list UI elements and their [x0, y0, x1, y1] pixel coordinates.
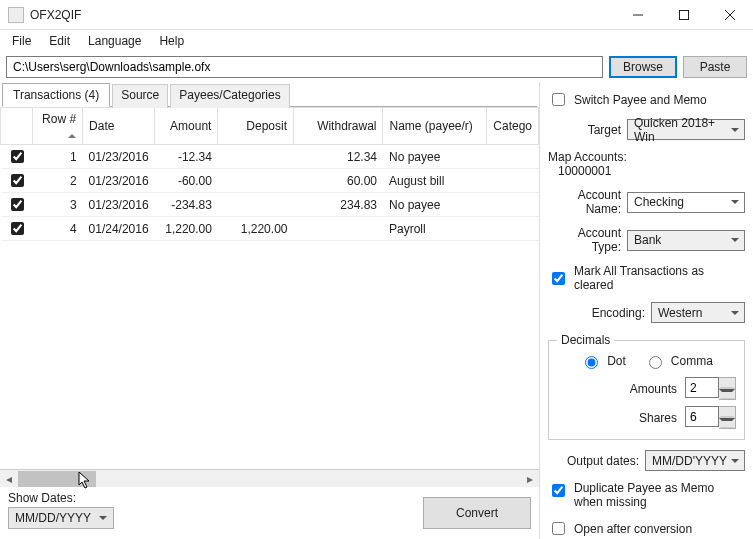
- cell-amount: -12.34: [155, 145, 218, 169]
- switch-payee-label: Switch Payee and Memo: [574, 93, 707, 107]
- tab-bar: Transactions (4) Source Payees/Categorie…: [2, 82, 537, 107]
- cell-date: 01/23/2016: [83, 145, 155, 169]
- encoding-select[interactable]: Western: [651, 302, 745, 323]
- col-withdrawal[interactable]: Withdrawal: [293, 108, 383, 145]
- account-type-select[interactable]: Bank: [627, 230, 745, 251]
- cell-row: 2: [33, 169, 83, 193]
- row-checkbox[interactable]: [11, 222, 24, 235]
- scroll-right-icon[interactable]: ▸: [521, 470, 539, 488]
- show-dates-select[interactable]: MM/DD/YYYY: [8, 507, 114, 529]
- cell-withdrawal: 60.00: [293, 169, 383, 193]
- col-category[interactable]: Catego: [487, 108, 539, 145]
- cell-row: 1: [33, 145, 83, 169]
- cell-amount: 1,220.00: [155, 217, 218, 241]
- dup-payee-label: Duplicate Payee as Memo when missing: [574, 481, 745, 509]
- mark-cleared-checkbox[interactable]: [552, 272, 565, 285]
- scroll-left-icon[interactable]: ◂: [0, 470, 18, 488]
- svg-rect-1: [680, 10, 689, 19]
- dot-radio[interactable]: [585, 356, 598, 369]
- account-name-label: Account Name:: [548, 188, 621, 216]
- switch-payee-checkbox[interactable]: [552, 93, 565, 106]
- file-path-input[interactable]: [6, 56, 603, 78]
- map-accounts-label: Map Accounts:: [548, 150, 745, 164]
- col-name[interactable]: Name (payee/r): [383, 108, 487, 145]
- cell-withdrawal: 234.83: [293, 193, 383, 217]
- account-type-label: Account Type:: [548, 226, 621, 254]
- cell-row: 3: [33, 193, 83, 217]
- comma-radio[interactable]: [649, 356, 662, 369]
- cell-date: 01/24/2016: [83, 217, 155, 241]
- shares-label: Shares: [639, 411, 677, 425]
- paste-button[interactable]: Paste: [683, 56, 747, 78]
- col-date[interactable]: Date: [83, 108, 155, 145]
- shares-spinner[interactable]: [685, 406, 736, 429]
- sort-asc-icon: [68, 130, 76, 138]
- account-name-input[interactable]: Checking: [627, 192, 745, 213]
- close-button[interactable]: [707, 0, 753, 30]
- scroll-thumb[interactable]: [18, 471, 96, 487]
- title-bar: OFX2QIF: [0, 0, 753, 30]
- window-title: OFX2QIF: [30, 8, 615, 22]
- col-deposit[interactable]: Deposit: [218, 108, 294, 145]
- table-row[interactable]: 2 01/23/2016 -60.00 60.00 August bill: [1, 169, 539, 193]
- show-dates-label: Show Dates:: [8, 491, 114, 505]
- cell-name: Payroll: [383, 217, 487, 241]
- open-after-label: Open after conversion: [574, 522, 692, 536]
- col-checkbox[interactable]: [1, 108, 33, 145]
- decimals-group: Decimals Dot Comma Amounts Shares: [548, 333, 745, 440]
- cell-name: No payee: [383, 193, 487, 217]
- cell-category: [487, 193, 539, 217]
- cell-category: [487, 169, 539, 193]
- spin-up-icon[interactable]: [719, 378, 735, 389]
- spin-down-icon[interactable]: [719, 418, 735, 429]
- tab-source[interactable]: Source: [112, 84, 168, 108]
- output-dates-select[interactable]: MM/DD'YYYY: [645, 450, 745, 471]
- decimals-legend: Decimals: [557, 333, 614, 347]
- table-row[interactable]: 1 01/23/2016 -12.34 12.34 No payee: [1, 145, 539, 169]
- menu-edit[interactable]: Edit: [41, 32, 78, 50]
- menu-file[interactable]: File: [4, 32, 39, 50]
- table-row[interactable]: 4 01/24/2016 1,220.00 1,220.00 Payroll: [1, 217, 539, 241]
- cell-deposit: [218, 193, 294, 217]
- horizontal-scrollbar[interactable]: ◂ ▸: [0, 469, 539, 487]
- menu-help[interactable]: Help: [151, 32, 192, 50]
- spin-down-icon[interactable]: [719, 389, 735, 400]
- target-label: Target: [548, 123, 621, 137]
- cell-deposit: [218, 169, 294, 193]
- cell-amount: -234.83: [155, 193, 218, 217]
- output-dates-label: Output dates:: [548, 454, 639, 468]
- amounts-label: Amounts: [630, 382, 677, 396]
- account-id-label: 10000001: [548, 164, 745, 178]
- row-checkbox[interactable]: [11, 174, 24, 187]
- cell-deposit: 1,220.00: [218, 217, 294, 241]
- tab-payees[interactable]: Payees/Categories: [170, 84, 289, 108]
- open-after-checkbox[interactable]: [552, 522, 565, 535]
- target-select[interactable]: Quicken 2018+ Win: [627, 119, 745, 140]
- cell-name: No payee: [383, 145, 487, 169]
- browse-button[interactable]: Browse: [609, 56, 677, 78]
- table-row[interactable]: 3 01/23/2016 -234.83 234.83 No payee: [1, 193, 539, 217]
- maximize-button[interactable]: [661, 0, 707, 30]
- dup-payee-checkbox[interactable]: [552, 484, 565, 497]
- col-amount[interactable]: Amount: [155, 108, 218, 145]
- cell-date: 01/23/2016: [83, 193, 155, 217]
- convert-button[interactable]: Convert: [423, 497, 531, 529]
- menu-bar: File Edit Language Help: [0, 30, 753, 52]
- row-checkbox[interactable]: [11, 150, 24, 163]
- minimize-button[interactable]: [615, 0, 661, 30]
- cell-row: 4: [33, 217, 83, 241]
- spin-up-icon[interactable]: [719, 407, 735, 418]
- cell-category: [487, 217, 539, 241]
- cell-withdrawal: 12.34: [293, 145, 383, 169]
- amounts-spinner[interactable]: [685, 377, 736, 400]
- transactions-grid[interactable]: Row # Date Amount Deposit Withdrawal Nam…: [0, 107, 539, 469]
- encoding-label: Encoding:: [548, 306, 645, 320]
- cell-amount: -60.00: [155, 169, 218, 193]
- col-row[interactable]: Row #: [33, 108, 83, 145]
- cell-date: 01/23/2016: [83, 169, 155, 193]
- app-icon: [8, 7, 24, 23]
- menu-language[interactable]: Language: [80, 32, 149, 50]
- mark-cleared-label: Mark All Transactions as cleared: [574, 264, 745, 292]
- tab-transactions[interactable]: Transactions (4): [2, 83, 110, 107]
- row-checkbox[interactable]: [11, 198, 24, 211]
